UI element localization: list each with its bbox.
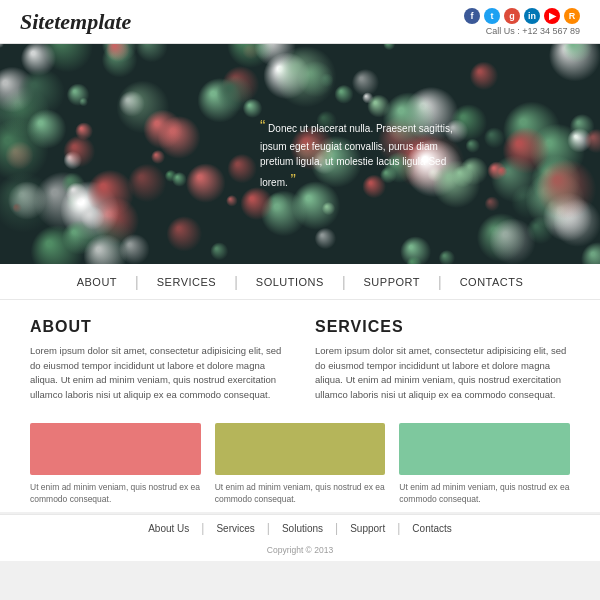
twitter-icon[interactable]: t — [484, 8, 500, 24]
header: Sitetemplate f t g in ▶ R Call Us : +12 … — [0, 0, 600, 44]
color-block-red — [30, 423, 201, 475]
main-content: ABOUT Lorem ipsum dolor sit amet, consec… — [0, 300, 600, 413]
logo: Sitetemplate — [20, 9, 131, 35]
about-column: ABOUT Lorem ipsum dolor sit amet, consec… — [30, 318, 285, 403]
about-title: ABOUT — [30, 318, 285, 336]
phone-number: Call Us : +12 34 567 89 — [464, 26, 580, 36]
googleplus-icon[interactable]: g — [504, 8, 520, 24]
footer-nav-contacts[interactable]: Contacts — [400, 523, 463, 534]
youtube-icon[interactable]: ▶ — [544, 8, 560, 24]
color-block-olive — [215, 423, 386, 475]
color-block-green-wrap: Ut enim ad minim veniam, quis nostrud ex… — [399, 423, 570, 506]
color-block-green-text: Ut enim ad minim veniam, quis nostrud ex… — [399, 481, 570, 506]
nav-item-support[interactable]: SUPPORT — [346, 276, 438, 288]
services-column: SERVICES Lorem ipsum dolor sit amet, con… — [315, 318, 570, 403]
footer-nav-about[interactable]: About Us — [136, 523, 201, 534]
header-right: f t g in ▶ R Call Us : +12 34 567 89 — [464, 8, 580, 36]
footer-nav: About Us | Services | Solutions | Suppor… — [0, 514, 600, 542]
services-text: Lorem ipsum dolor sit amet, consectetur … — [315, 344, 570, 403]
color-block-red-text: Ut enim ad minim veniam, quis nostrud ex… — [30, 481, 201, 506]
nav-item-about[interactable]: ABOUT — [59, 276, 135, 288]
social-icons: f t g in ▶ R — [464, 8, 580, 24]
color-block-green — [399, 423, 570, 475]
hero-quote: Donec ut placerat nulla. Praesent sagitt… — [260, 115, 460, 193]
about-text: Lorem ipsum dolor sit amet, consectetur … — [30, 344, 285, 403]
footer-nav-solutions[interactable]: Solutions — [270, 523, 335, 534]
color-block-red-wrap: Ut enim ad minim veniam, quis nostrud ex… — [30, 423, 201, 506]
color-block-olive-wrap: Ut enim ad minim veniam, quis nostrud ex… — [215, 423, 386, 506]
footer-nav-support[interactable]: Support — [338, 523, 397, 534]
nav-item-solutions[interactable]: SOLUTIONS — [238, 276, 342, 288]
services-title: SERVICES — [315, 318, 570, 336]
nav-item-services[interactable]: SERVICES — [139, 276, 234, 288]
rss-icon[interactable]: R — [564, 8, 580, 24]
main-nav: ABOUT | SERVICES | SOLUTIONS | SUPPORT |… — [0, 264, 600, 300]
linkedin-icon[interactable]: in — [524, 8, 540, 24]
hero-section: Donec ut placerat nulla. Praesent sagitt… — [0, 44, 600, 264]
footer-copyright: Copyright © 2013 — [0, 542, 600, 561]
facebook-icon[interactable]: f — [464, 8, 480, 24]
nav-item-contacts[interactable]: CONTACTS — [442, 276, 542, 288]
color-blocks-section: Ut enim ad minim veniam, quis nostrud ex… — [0, 413, 600, 512]
footer-nav-services[interactable]: Services — [204, 523, 266, 534]
color-block-olive-text: Ut enim ad minim veniam, quis nostrud ex… — [215, 481, 386, 506]
